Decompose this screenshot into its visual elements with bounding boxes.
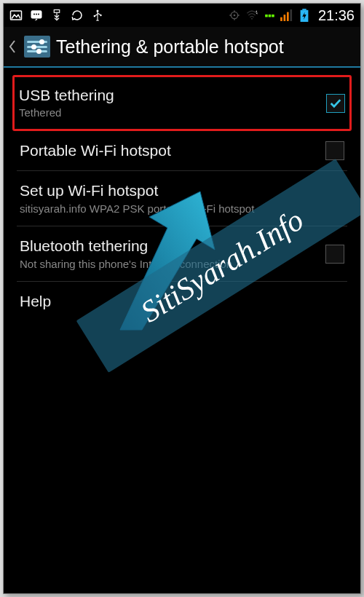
setting-title: Set up Wi-Fi hotspot bbox=[20, 181, 344, 200]
svg-marker-5 bbox=[35, 19, 38, 21]
reload-icon bbox=[71, 9, 84, 22]
svg-point-3 bbox=[36, 14, 37, 15]
setting-usb-tethering[interactable]: USB tethering Tethered bbox=[12, 75, 352, 131]
setting-title: Portable Wi-Fi hotspot bbox=[20, 141, 318, 160]
setting-setup-wifi-hotspot[interactable]: Set up Wi-Fi hotspot sitisyarah.info WPA… bbox=[17, 171, 347, 226]
signal-icon bbox=[280, 9, 293, 22]
checkbox-bluetooth-tethering[interactable] bbox=[325, 245, 344, 264]
setting-help[interactable]: Help bbox=[17, 282, 347, 321]
setting-title: Bluetooth tethering bbox=[20, 237, 318, 256]
wifi-icon bbox=[245, 9, 258, 22]
setting-title: Help bbox=[20, 292, 344, 311]
page-title: Tethering & portable hotspot bbox=[56, 36, 284, 58]
network-indicator-icon: ▪▪▪ bbox=[263, 9, 276, 22]
svg-point-13 bbox=[251, 18, 253, 20]
usb-transfer-icon bbox=[50, 9, 63, 22]
setting-subtitle: Not sharing this phone's Internet connec… bbox=[20, 258, 318, 272]
gallery-icon bbox=[9, 9, 23, 22]
settings-list: USB tethering Tethered Portable Wi-Fi ho… bbox=[4, 68, 360, 593]
usb-icon bbox=[91, 9, 104, 22]
svg-point-9 bbox=[100, 15, 101, 16]
setting-bluetooth-tethering[interactable]: Bluetooth tethering Not sharing this pho… bbox=[17, 226, 347, 282]
device-screen: ▪▪▪ 21:36 bbox=[3, 3, 361, 594]
svg-point-12 bbox=[234, 15, 236, 17]
battery-charging-icon bbox=[298, 9, 311, 22]
status-bar: ▪▪▪ 21:36 bbox=[4, 4, 360, 27]
checkbox-usb-tethering[interactable] bbox=[326, 94, 345, 113]
bbm-icon bbox=[30, 9, 43, 22]
svg-rect-6 bbox=[54, 10, 60, 13]
svg-marker-10 bbox=[96, 19, 100, 20]
svg-rect-18 bbox=[287, 12, 289, 21]
action-bar[interactable]: Tethering & portable hotspot bbox=[4, 27, 360, 68]
svg-rect-8 bbox=[94, 15, 95, 17]
svg-point-4 bbox=[38, 14, 39, 15]
back-icon[interactable] bbox=[8, 36, 18, 57]
svg-rect-16 bbox=[280, 17, 282, 21]
setting-title: USB tethering bbox=[19, 86, 319, 105]
setting-portable-wifi-hotspot[interactable]: Portable Wi-Fi hotspot bbox=[17, 131, 347, 171]
location-icon bbox=[228, 9, 241, 22]
setting-subtitle: Tethered bbox=[19, 106, 319, 120]
checkbox-portable-wifi[interactable] bbox=[325, 141, 344, 160]
svg-rect-17 bbox=[283, 15, 285, 21]
svg-rect-20 bbox=[302, 9, 306, 10]
svg-point-2 bbox=[33, 14, 35, 15]
status-clock: 21:36 bbox=[318, 7, 355, 24]
svg-rect-19 bbox=[290, 9, 292, 21]
settings-sliders-icon[interactable] bbox=[24, 36, 50, 58]
setting-subtitle: sitisyarah.info WPA2 PSK portable Wi-Fi … bbox=[20, 202, 344, 216]
check-icon bbox=[329, 98, 342, 108]
